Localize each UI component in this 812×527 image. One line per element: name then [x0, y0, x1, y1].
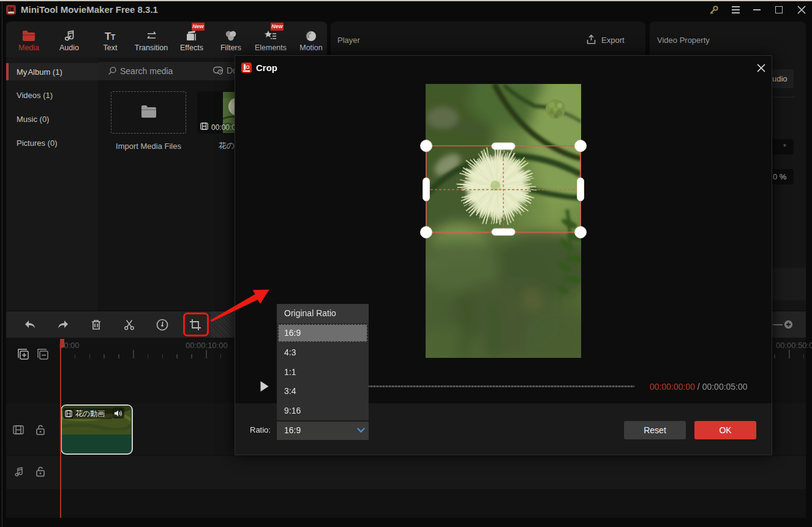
- svg-text:T: T: [111, 33, 116, 42]
